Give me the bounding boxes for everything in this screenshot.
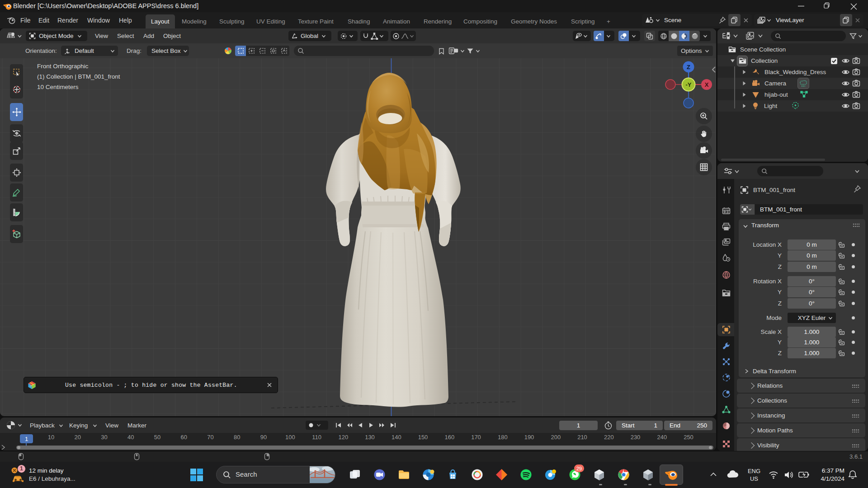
svg-text:Z: Z (687, 64, 690, 70)
svg-text:X: X (705, 81, 709, 88)
svg-text:-Y: -Y (686, 81, 692, 88)
